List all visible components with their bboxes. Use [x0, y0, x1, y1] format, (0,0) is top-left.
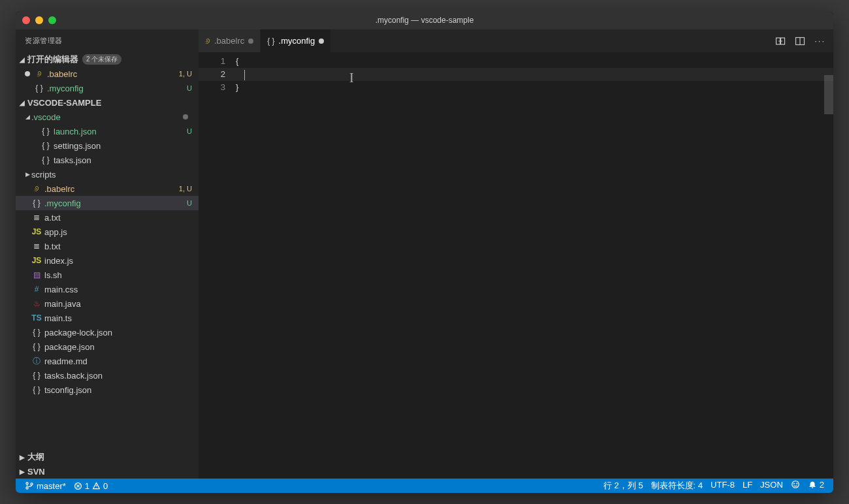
git-decoration: 1, U	[179, 185, 192, 193]
open-editors-label: 打开的编辑器	[27, 54, 78, 65]
outline-header[interactable]: ▶ 大纲	[16, 450, 199, 464]
workspace-header[interactable]: ◢ VSCODE-SAMPLE	[16, 95, 199, 110]
tab-label: .babelrc	[214, 36, 244, 46]
open-editor-myconfig[interactable]: { } .myconfig U	[16, 81, 199, 95]
file-name: package-lock.json	[44, 328, 192, 338]
vertical-scrollbar[interactable]	[824, 75, 833, 114]
file-name: .myconfig	[47, 84, 187, 93]
tree-folder-scripts[interactable]: ▶ scripts	[16, 167, 199, 181]
open-editors-header[interactable]: ◢ 打开的编辑器 2 个未保存	[16, 52, 199, 67]
tree-file-a-txt[interactable]: ≣ a.txt	[16, 210, 199, 225]
tree-file-readme-md[interactable]: ⓘ readme.md	[16, 354, 199, 368]
git-decoration: 1, U	[179, 70, 192, 78]
tree-file-ls-sh[interactable]: ▤ ls.sh	[16, 268, 199, 282]
open-editor-babelrc[interactable]: ୬ .babelrc 1, U	[16, 67, 199, 81]
workspace-label: VSCODE-SAMPLE	[27, 98, 101, 108]
svn-label: SVN	[27, 467, 45, 477]
file-name: tasks.back.json	[44, 371, 192, 381]
status-tab-size[interactable]: 制表符长度: 4	[647, 480, 707, 492]
json-file-icon: { }	[267, 37, 274, 46]
error-count: 1	[85, 481, 89, 491]
status-encoding[interactable]: UTF-8	[707, 480, 739, 490]
json-file-icon: { }	[31, 385, 42, 394]
file-name: readme.md	[44, 356, 192, 366]
babel-file-icon: ୬	[34, 69, 44, 78]
code-content[interactable]: I { }	[234, 52, 833, 479]
titlebar[interactable]: .myconfig — vscode-sample	[16, 11, 833, 29]
svg-point-13	[793, 483, 794, 484]
file-tree: ◢ .vscode { } launch.json U { } settings…	[16, 110, 199, 397]
compare-changes-icon[interactable]	[775, 36, 786, 46]
dirty-indicator-icon	[248, 39, 253, 44]
svg-point-4	[26, 482, 28, 484]
json-file-icon: { }	[31, 342, 42, 351]
file-name: .myconfig	[44, 198, 187, 208]
sidebar: 资源管理器 ◢ 打开的编辑器 2 个未保存 ୬ .babelrc 1, U { …	[16, 29, 199, 479]
svg-point-5	[26, 487, 28, 489]
ts-file-icon: TS	[31, 313, 42, 323]
svn-header[interactable]: ▶ SVN	[16, 464, 199, 479]
caret-icon	[244, 70, 245, 80]
dirty-indicator-icon	[319, 39, 324, 44]
tree-file-launch-json[interactable]: { } launch.json U	[16, 124, 199, 138]
tab-bar: ୬ .babelrc { } .myconfig ···	[199, 29, 833, 52]
tree-file-package-json[interactable]: { } package.json	[16, 339, 199, 354]
editor-actions: ···	[767, 29, 833, 52]
svg-point-12	[792, 481, 799, 488]
tree-file-myconfig[interactable]: { } .myconfig U	[16, 196, 199, 210]
open-editors-list: ୬ .babelrc 1, U { } .myconfig U	[16, 67, 199, 95]
unsaved-badge: 2 个未保存	[82, 54, 121, 65]
code-line[interactable]	[234, 68, 833, 81]
file-name: main.ts	[44, 313, 192, 323]
status-language[interactable]: JSON	[756, 480, 787, 490]
line-number: 2	[199, 68, 234, 81]
close-window-button[interactable]	[22, 16, 30, 24]
code-editor[interactable]: 123 I { }	[199, 52, 833, 479]
tree-file-settings-json[interactable]: { } settings.json	[16, 138, 199, 153]
tree-file-main-css[interactable]: # main.css	[16, 282, 199, 296]
git-decoration: U	[187, 84, 192, 92]
file-name: .babelrc	[44, 184, 179, 194]
tree-file-app-js[interactable]: JS app.js	[16, 225, 199, 239]
status-eol[interactable]: LF	[739, 480, 756, 490]
tree-file-main-java[interactable]: ♨ main.java	[16, 296, 199, 311]
editor-area: ୬ .babelrc { } .myconfig ··· 1	[199, 29, 833, 479]
code-line[interactable]: {	[234, 55, 833, 68]
git-dot-icon	[183, 114, 188, 119]
file-name: settings.json	[54, 141, 192, 151]
text-cursor-icon: I	[349, 71, 354, 86]
tab-myconfig[interactable]: { } .myconfig	[261, 29, 331, 52]
split-editor-icon[interactable]	[795, 36, 805, 46]
main-area: 资源管理器 ◢ 打开的编辑器 2 个未保存 ୬ .babelrc 1, U { …	[16, 29, 833, 479]
tree-file-tasks-json[interactable]: { } tasks.json	[16, 153, 199, 167]
more-actions-icon[interactable]: ···	[814, 36, 825, 46]
warning-count: 0	[103, 481, 108, 491]
tree-file-package-lock-json[interactable]: { } package-lock.json	[16, 325, 199, 339]
java-file-icon: ♨	[31, 299, 42, 308]
json-file-icon: { }	[31, 198, 42, 208]
tree-file-tasks-back-json[interactable]: { } tasks.back.json	[16, 368, 199, 383]
tree-file-b-txt[interactable]: ≣ b.txt	[16, 239, 199, 253]
code-line[interactable]: }	[234, 81, 833, 94]
status-problems[interactable]: 1 0	[70, 479, 112, 493]
tree-file-main-ts[interactable]: TS main.ts	[16, 311, 199, 325]
status-bar: master* 1 0 行 2，列 5 制表符长度: 4 UTF-8 LF JS…	[16, 479, 833, 493]
tree-file-tsconfig-json[interactable]: { } tsconfig.json	[16, 383, 199, 397]
json-file-icon: { }	[40, 155, 51, 165]
txt-file-icon: ≣	[31, 242, 42, 251]
tab-babelrc[interactable]: ୬ .babelrc	[199, 29, 261, 52]
minimize-window-button[interactable]	[35, 16, 43, 24]
status-branch[interactable]: master*	[21, 479, 70, 493]
tree-file-babelrc[interactable]: ୬ .babelrc 1, U	[16, 181, 199, 196]
status-feedback[interactable]	[787, 480, 804, 489]
tree-file-index-js[interactable]: JS index.js	[16, 253, 199, 268]
file-name: ls.sh	[44, 270, 192, 280]
status-notifications[interactable]: 2	[804, 480, 828, 490]
maximize-window-button[interactable]	[48, 16, 56, 24]
status-cursor-position[interactable]: 行 2，列 5	[600, 480, 647, 492]
tree-folder-vscode[interactable]: ◢ .vscode	[16, 110, 199, 124]
folder-name: .vscode	[31, 112, 183, 122]
file-name: tsconfig.json	[44, 385, 192, 395]
svg-point-14	[797, 483, 797, 484]
sidebar-title: 资源管理器	[16, 29, 199, 52]
